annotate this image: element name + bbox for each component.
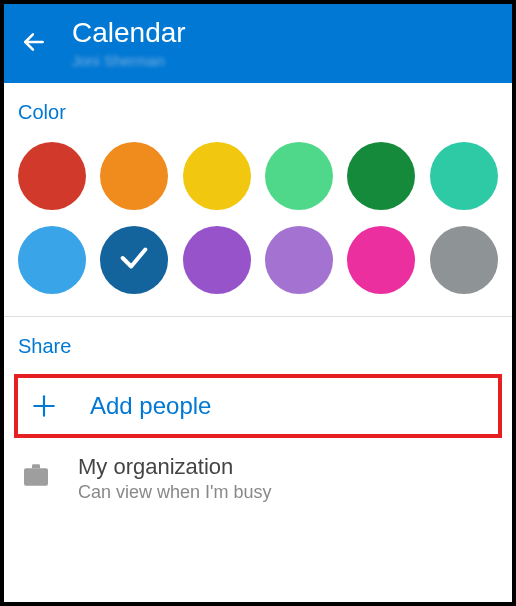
- my-organization-row[interactable]: My organization Can view when I'm busy: [4, 446, 512, 521]
- org-text: My organization Can view when I'm busy: [78, 454, 272, 503]
- header-bar: Calendar Joni Sherman: [4, 4, 512, 83]
- color-swatch-red[interactable]: [18, 142, 86, 210]
- checkmark-icon: [117, 241, 151, 279]
- color-swatch-orange[interactable]: [100, 142, 168, 210]
- page-title: Calendar: [72, 16, 186, 50]
- plus-icon: [28, 393, 60, 419]
- back-icon[interactable]: [20, 28, 48, 56]
- color-swatch-light-blue[interactable]: [18, 226, 86, 294]
- header-text: Calendar Joni Sherman: [72, 16, 186, 69]
- color-swatch-pink[interactable]: [347, 226, 415, 294]
- content-area: Color Share Add people My organization C…: [4, 83, 512, 521]
- color-swatch-dark-blue[interactable]: [100, 226, 168, 294]
- add-people-label: Add people: [90, 392, 211, 420]
- add-people-button[interactable]: Add people: [14, 374, 502, 438]
- org-subtitle: Can view when I'm busy: [78, 482, 272, 503]
- share-section-label: Share: [4, 317, 512, 368]
- svg-rect-3: [24, 468, 48, 485]
- color-swatch-dark-green[interactable]: [347, 142, 415, 210]
- color-swatch-teal[interactable]: [430, 142, 498, 210]
- briefcase-icon: [20, 458, 52, 492]
- org-title: My organization: [78, 454, 272, 480]
- color-swatch-light-purple[interactable]: [265, 226, 333, 294]
- color-swatch-purple[interactable]: [183, 226, 251, 294]
- color-swatch-light-green[interactable]: [265, 142, 333, 210]
- color-swatch-yellow[interactable]: [183, 142, 251, 210]
- color-section-label: Color: [4, 83, 512, 134]
- page-subtitle: Joni Sherman: [72, 52, 186, 69]
- color-grid: [4, 134, 512, 316]
- color-swatch-gray[interactable]: [430, 226, 498, 294]
